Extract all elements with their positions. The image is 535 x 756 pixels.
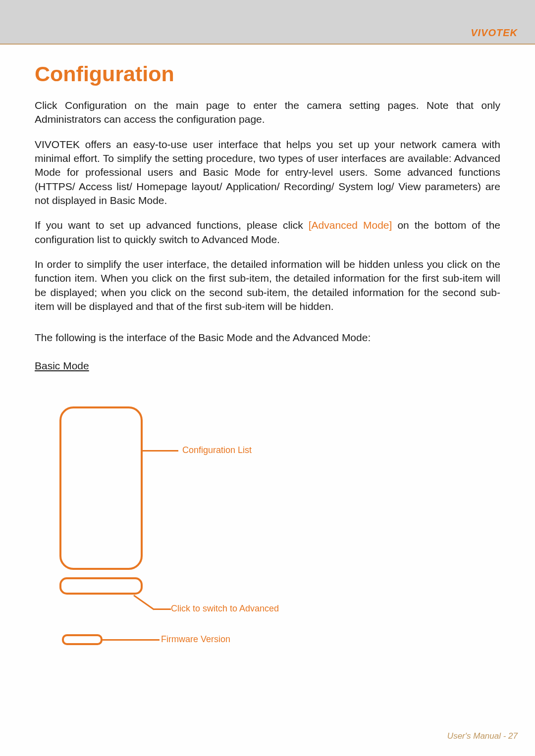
callout-line-icon xyxy=(133,595,155,610)
intro-paragraph-3: If you want to set up advanced functions… xyxy=(35,218,500,247)
intro-paragraph-5: The following is the interface of the Ba… xyxy=(35,331,500,345)
content-area: Configuration Click Configuration on the… xyxy=(0,45,535,664)
basic-mode-diagram: Configuration List Click to switch to Ad… xyxy=(59,387,500,664)
intro-paragraph-1: Click Configuration on the main page to … xyxy=(35,99,500,127)
firmware-highlight-box xyxy=(62,634,103,645)
document-page: VIVOTEK Configuration Click Configuratio… xyxy=(0,0,535,756)
brand-label: VIVOTEK xyxy=(471,27,518,39)
advanced-switch-highlight-box xyxy=(59,577,143,595)
basic-mode-heading: Basic Mode xyxy=(35,360,500,372)
config-list-highlight-box xyxy=(59,406,143,570)
callout-line-icon xyxy=(103,639,160,641)
callout-firmware-version: Firmware Version xyxy=(161,634,230,645)
header-band: VIVOTEK xyxy=(0,0,535,45)
callout-line-icon xyxy=(143,450,178,452)
p3-text-before: If you want to set up advanced functions… xyxy=(35,219,309,231)
page-title: Configuration xyxy=(35,62,500,86)
intro-paragraph-2: VIVOTEK offers an easy-to-use user inter… xyxy=(35,138,500,208)
callout-line-icon xyxy=(154,608,171,610)
page-footer: User's Manual - 27 xyxy=(447,731,518,741)
intro-paragraph-4: In order to simplify the user interface,… xyxy=(35,257,500,313)
callout-config-list: Configuration List xyxy=(182,445,252,455)
callout-switch-advanced: Click to switch to Advanced xyxy=(171,604,279,614)
advanced-mode-link[interactable]: [Advanced Mode] xyxy=(309,219,392,231)
